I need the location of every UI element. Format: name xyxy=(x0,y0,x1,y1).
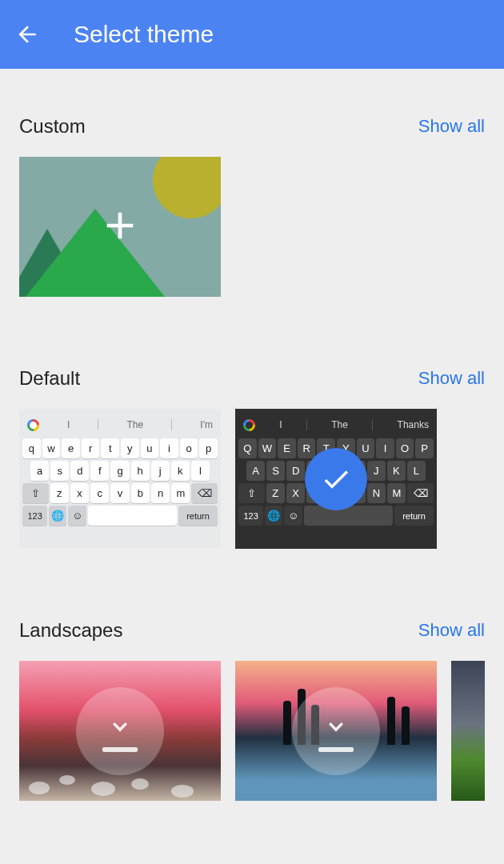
numeric-key: 123 xyxy=(22,506,47,526)
key: u xyxy=(141,438,159,458)
download-icon xyxy=(104,710,136,742)
key: b xyxy=(131,483,150,503)
key: l xyxy=(191,461,210,481)
suggestion-word: I xyxy=(279,419,282,430)
key: o xyxy=(180,438,198,458)
return-key: return xyxy=(178,506,218,526)
space-key xyxy=(304,506,393,526)
download-overlay xyxy=(292,687,380,775)
theme-dark-keyboard[interactable]: I The Thanks Q W E R T Y U I O P xyxy=(235,409,437,549)
key: w xyxy=(42,438,61,458)
key: R xyxy=(298,438,316,458)
key: E xyxy=(278,438,296,458)
key: h xyxy=(131,461,150,481)
key: z xyxy=(50,483,69,503)
key: n xyxy=(151,483,170,503)
hill-shape xyxy=(19,209,171,297)
space-key xyxy=(88,506,177,526)
show-all-landscapes[interactable]: Show all xyxy=(418,620,485,641)
key: J xyxy=(367,461,386,481)
key: S xyxy=(266,461,285,481)
shift-key: ⇧ xyxy=(22,483,49,503)
download-overlay xyxy=(76,687,164,775)
show-all-custom[interactable]: Show all xyxy=(418,116,485,137)
key: p xyxy=(199,438,218,458)
backspace-key: ⌫ xyxy=(191,483,218,503)
key: m xyxy=(171,483,190,503)
section-title-landscapes: Landscapes xyxy=(19,619,122,642)
key: A xyxy=(246,461,265,481)
theme-landscape-2[interactable] xyxy=(235,661,437,801)
key: D xyxy=(286,461,305,481)
shift-key: ⇧ xyxy=(238,483,265,503)
key: N xyxy=(367,483,386,503)
key: s xyxy=(50,461,69,481)
theme-landscape-3[interactable] xyxy=(451,661,485,801)
key: i xyxy=(160,438,178,458)
section-custom: Custom Show all xyxy=(0,96,504,297)
section-landscapes: Landscapes Show all xyxy=(0,600,504,801)
globe-key: 🌐 xyxy=(265,506,282,526)
key: W xyxy=(258,438,277,458)
google-logo-icon xyxy=(27,419,39,431)
key: Z xyxy=(266,483,285,503)
key: t xyxy=(101,438,119,458)
key: q xyxy=(22,438,41,458)
suggestion-word: The xyxy=(331,419,348,430)
key: e xyxy=(62,438,80,458)
show-all-default[interactable]: Show all xyxy=(418,368,485,389)
key: K xyxy=(387,461,406,481)
app-bar: Select theme xyxy=(0,0,504,69)
key: c xyxy=(90,483,109,503)
key: k xyxy=(171,461,190,481)
key: X xyxy=(286,483,305,503)
section-title-default: Default xyxy=(19,367,80,390)
suggestion-word: The xyxy=(127,419,144,430)
key: U xyxy=(357,438,375,458)
back-button[interactable] xyxy=(13,20,42,49)
download-icon xyxy=(320,710,352,742)
key: d xyxy=(70,461,89,481)
key: y xyxy=(121,438,139,458)
arrow-left-icon xyxy=(14,22,40,47)
suggestion-word: Thanks xyxy=(398,419,429,430)
globe-key: 🌐 xyxy=(49,506,66,526)
section-title-custom: Custom xyxy=(19,115,86,138)
theme-light-keyboard[interactable]: I The I'm q w e r t y u i o p xyxy=(19,409,221,549)
key: v xyxy=(110,483,129,503)
key: I xyxy=(376,438,394,458)
emoji-key: ☺ xyxy=(68,506,86,526)
key: f xyxy=(90,461,109,481)
return-key: return xyxy=(394,506,434,526)
suggestion-word: I'm xyxy=(200,419,213,430)
key: Q xyxy=(238,438,257,458)
key: L xyxy=(407,461,426,481)
key: P xyxy=(415,438,434,458)
key: M xyxy=(387,483,406,503)
key: O xyxy=(396,438,414,458)
emoji-key: ☺ xyxy=(284,506,302,526)
theme-landscape-1[interactable] xyxy=(19,661,221,801)
suggestion-word: I xyxy=(67,419,70,430)
key: a xyxy=(30,461,49,481)
google-logo-icon xyxy=(243,419,255,431)
key: j xyxy=(151,461,170,481)
key: x xyxy=(70,483,89,503)
backspace-key: ⌫ xyxy=(407,483,434,503)
key: g xyxy=(110,461,129,481)
selected-checkmark-icon xyxy=(305,448,367,510)
section-default: Default Show all I The I'm q w e r xyxy=(0,348,504,549)
page-title: Select theme xyxy=(74,21,214,48)
plus-icon xyxy=(98,203,142,251)
numeric-key: 123 xyxy=(238,506,263,526)
key: r xyxy=(82,438,100,458)
add-custom-theme-tile[interactable] xyxy=(19,157,221,297)
